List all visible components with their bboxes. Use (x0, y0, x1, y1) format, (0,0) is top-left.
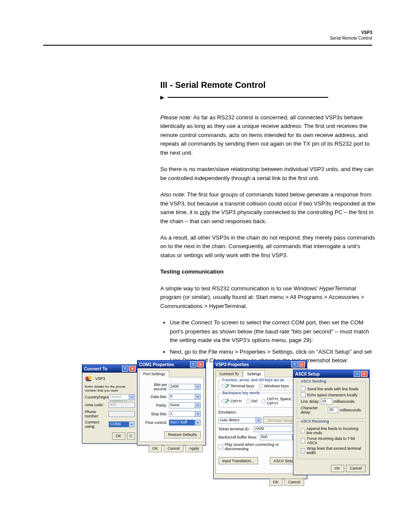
sel-country[interactable]: United States (1) (109, 394, 135, 400)
sel-flow[interactable]: Xon / Xoff (169, 420, 201, 426)
tab-port-settings[interactable]: Port Settings (139, 370, 169, 377)
header-subtitle: Serial Remote Control (43, 36, 372, 40)
dlg1-hint: Enter details for the phone number that … (85, 385, 135, 392)
subheading-testing: Testing communication (160, 268, 376, 276)
dlg4-title: ASCII Setup (295, 372, 353, 376)
paragraph-2: So there is no master/slave relationship… (160, 165, 376, 183)
unit-line-delay: milliseconds. (333, 399, 356, 404)
group-ascii-receiving: ASCII Receiving (300, 419, 330, 423)
close-icon[interactable]: × (299, 361, 305, 367)
group-backspace: Backspace key sends (221, 391, 261, 395)
unit-char-delay: milliseconds. (339, 408, 362, 412)
chk-append-lf[interactable]: Append line feeds to incoming line ends (301, 426, 362, 435)
chk-play-sound[interactable]: Play sound when connecting or disconnect… (218, 442, 302, 451)
cancel-button[interactable]: Cancel (164, 445, 184, 452)
instruction-list: Use the Connect To screen to select the … (170, 318, 376, 365)
lbl-char-delay: Character delay: (301, 406, 327, 414)
lbl-emulation: Emulation: (218, 410, 237, 414)
cancel-button[interactable]: Cancel (346, 465, 366, 472)
sel-databits[interactable]: 8 (169, 394, 201, 400)
input-translation-button[interactable]: Input Translation... (218, 457, 258, 464)
lbl-databits: Data bits: (142, 395, 167, 399)
lbl-country: Country/region: (85, 395, 107, 399)
lbl-stopbits: Stop bits: (142, 412, 167, 416)
group-function-keys: Function, arrow, and ctrl keys act as (221, 378, 285, 382)
chk-force-7bit[interactable]: Force incoming data to 7-bit ASCII (301, 436, 362, 445)
note-1: Please note: As far as RS232 control is … (160, 113, 376, 157)
dlg2-title: COM1 Properties (139, 362, 189, 367)
close-icon[interactable]: × (361, 371, 367, 377)
connection-name: VSP3 (95, 376, 105, 381)
sel-connect-using[interactable]: COM1 (109, 421, 135, 427)
help-icon[interactable]: ? (190, 361, 196, 367)
radio-ctrlh[interactable]: Ctrl+H (221, 397, 242, 405)
lbl-telnet-id: Telnet terminal ID: (218, 427, 252, 431)
page-header: VSP3 Serial Remote Control (43, 30, 372, 40)
section-title: III - Serial Remote Control (160, 80, 372, 90)
svg-rect-2 (86, 380, 91, 381)
dlg1-title: Connect To (84, 367, 121, 371)
dialog-ascii-setup: ASCII Setup ? × ASCII Sending Send line … (293, 370, 370, 475)
radio-terminal-keys[interactable]: Terminal keys (221, 384, 254, 388)
chk-wrap-lines[interactable]: ✓Wrap lines that exceed terminal width (301, 446, 362, 455)
tab-settings[interactable]: Settings (243, 370, 265, 377)
cancel-button[interactable]: Cancel (284, 479, 304, 486)
radio-windows-keys[interactable]: Windows keys (258, 384, 289, 388)
paragraph-4: As a result, all other VSP3s in the chai… (160, 233, 376, 260)
dialog-connect-to: Connect To ? × VSP3 Enter details for th… (82, 364, 138, 444)
help-icon[interactable]: ? (354, 371, 360, 377)
lbl-line-delay: Line delay: (301, 399, 320, 404)
ok-button[interactable]: OK (269, 479, 283, 486)
sel-stopbits[interactable]: 1 (169, 411, 201, 417)
lbl-flow: Flow control: (142, 420, 167, 425)
radio-del[interactable]: Del (246, 397, 258, 405)
lbl-baud: Bits per second: (142, 383, 167, 391)
chk-echo-local[interactable]: Echo typed characters locally (301, 392, 362, 397)
lbl-backscroll: Backscroll buffer lines: (218, 435, 258, 439)
product-name: VSP3 (43, 30, 372, 35)
ok-button[interactable]: OK (112, 432, 125, 440)
apply-button[interactable]: Apply (185, 445, 203, 452)
chk-send-line-ends[interactable]: Send line ends with line feeds (301, 386, 362, 391)
svg-point-1 (88, 376, 92, 380)
input-char-delay[interactable]: 20 (328, 407, 338, 413)
input-line-delay[interactable]: 15 (321, 398, 332, 404)
help-icon[interactable]: ? (122, 366, 128, 372)
lbl-phone: Phone number: (85, 410, 107, 418)
cancel-button[interactable]: C (127, 432, 135, 440)
close-icon[interactable]: × (129, 366, 136, 372)
input-telnet-id[interactable]: ANSI (254, 426, 293, 432)
sel-parity[interactable]: None (169, 402, 201, 408)
sel-emulation[interactable]: Auto detect (218, 417, 262, 423)
ok-button[interactable]: OK (149, 445, 162, 452)
help-icon[interactable]: ? (291, 361, 298, 367)
input-phone[interactable] (109, 411, 135, 417)
close-icon[interactable]: × (197, 361, 204, 367)
note-2: Also note: The first four groups of comm… (160, 190, 376, 226)
lbl-parity: Parity: (142, 403, 167, 408)
dialog-com-properties: COM1 Properties ? × Port Settings Bits p… (137, 360, 206, 445)
lbl-using: Connect using: (85, 420, 107, 429)
header-rule (43, 45, 372, 46)
tab-connect-to[interactable]: Connect To (215, 370, 243, 377)
triangle-icon: ▶ (160, 94, 164, 100)
ok-button[interactable]: OK (331, 465, 344, 472)
dlg3-title: VSP3 Properties (215, 362, 290, 367)
sel-baud[interactable]: 2400 (169, 384, 201, 390)
input-backscroll[interactable]: 500 (260, 434, 293, 440)
section-rule: ▶ (160, 94, 328, 100)
phone-icon (85, 375, 93, 382)
restore-defaults-button[interactable]: Restore Defaults (164, 431, 201, 439)
group-ascii-sending: ASCII Sending (300, 379, 327, 383)
lbl-area: Area code: (85, 403, 107, 407)
paragraph-5: A simple way to test RS232 communication… (160, 284, 376, 311)
list-item-1: Use the Connect To screen to select the … (170, 318, 376, 345)
